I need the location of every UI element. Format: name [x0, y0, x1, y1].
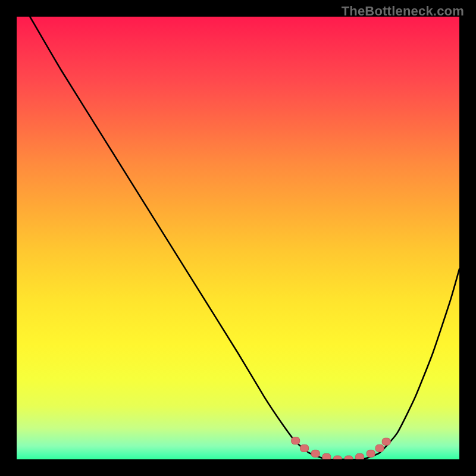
optimal-marker	[333, 456, 342, 459]
optimal-marker	[367, 450, 375, 457]
chart-svg	[17, 17, 459, 459]
optimal-range-markers	[292, 437, 391, 459]
optimal-marker	[300, 444, 309, 452]
watermark-text: TheBottleneck.com	[342, 4, 464, 19]
optimal-marker	[311, 450, 320, 457]
bottleneck-curve	[30, 17, 459, 459]
optimal-marker	[292, 437, 300, 444]
optimal-marker	[356, 453, 364, 459]
optimal-marker	[345, 456, 353, 459]
optimal-marker	[382, 438, 390, 445]
optimal-marker	[375, 444, 384, 452]
optimal-marker	[322, 453, 331, 459]
